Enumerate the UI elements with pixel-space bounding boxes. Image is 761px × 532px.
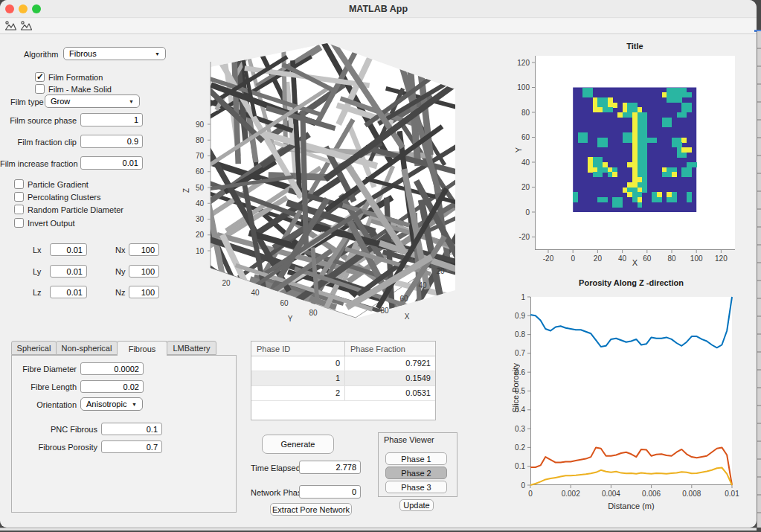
film-increase-fraction-field[interactable]: 0.01 — [80, 156, 143, 170]
table-row[interactable]: 20.0531 — [251, 386, 435, 401]
svg-text:80: 80 — [521, 109, 530, 117]
film-source-phase-label: Film source phase — [0, 116, 77, 125]
invert-output-checkbox[interactable] — [14, 218, 24, 228]
svg-text:0.7: 0.7 — [515, 349, 525, 357]
new-axes-icon-2[interactable] — [20, 20, 33, 32]
lz-label: Lz — [33, 288, 42, 297]
fibre-diameter-field[interactable]: 0.0002 — [80, 362, 144, 375]
svg-text:0: 0 — [521, 481, 525, 490]
film-fraction-clip-field[interactable]: 0.9 — [80, 135, 143, 148]
svg-text:60: 60 — [280, 299, 289, 307]
svg-text:20: 20 — [521, 183, 530, 191]
svg-text:80: 80 — [196, 136, 205, 144]
svg-text:0.2: 0.2 — [515, 443, 525, 452]
svg-text:0.1: 0.1 — [515, 462, 525, 470]
film-formation-label: Film Formation — [48, 73, 103, 82]
fibre-length-field[interactable]: 0.02 — [80, 380, 144, 393]
phase-slice-heatmap[interactable]: -20020406080100120-20020406080100120 — [535, 56, 735, 250]
svg-text:60: 60 — [521, 133, 530, 141]
svg-text:0: 0 — [528, 490, 533, 498]
tab-spherical[interactable]: Spherical — [11, 341, 57, 355]
fibrous-3d-plot[interactable]: 1020304050607080902040608020406080YXZ — [179, 37, 498, 324]
orientation-value: Anisotropic — [86, 400, 126, 408]
phase-fraction-column-header[interactable]: Phase Fraction — [345, 342, 435, 356]
svg-text:20: 20 — [436, 267, 445, 275]
film-type-value: Grow — [51, 97, 70, 106]
svg-text:0: 0 — [525, 208, 530, 217]
svg-text:80: 80 — [309, 309, 318, 317]
table-row[interactable]: 10.1549 — [251, 371, 435, 386]
film-make-solid-checkbox[interactable] — [35, 84, 45, 94]
svg-text:0.004: 0.004 — [602, 490, 620, 498]
lx-field[interactable]: 0.01 — [50, 243, 87, 256]
network-phase-field[interactable]: 0 — [299, 485, 361, 499]
chevron-down-icon: ▼ — [132, 402, 137, 407]
ny-field[interactable]: 100 — [129, 265, 159, 278]
film-source-phase-field[interactable]: 1 — [80, 113, 143, 126]
phase-1-button[interactable]: Phase 1 — [385, 452, 447, 465]
random-particle-diameter-checkbox[interactable] — [14, 205, 24, 214]
svg-text:X: X — [405, 313, 410, 321]
svg-text:0.002: 0.002 — [562, 490, 580, 498]
lx-label: Lx — [33, 246, 42, 254]
film-type-dropdown[interactable]: Grow ▼ — [45, 94, 140, 108]
porosity-y-axis-label: Slice Porosity — [511, 363, 520, 413]
svg-text:40: 40 — [196, 199, 205, 208]
phase-3-button[interactable]: Phase 3 — [385, 481, 447, 493]
nx-field[interactable]: 100 — [129, 243, 159, 256]
percolating-clusters-checkbox[interactable] — [14, 192, 24, 202]
titlebar: MATLAB App — [0, 0, 757, 18]
fibrous-porosity-field[interactable]: 0.7 — [101, 440, 162, 453]
porosity-line-chart[interactable]: 00.0020.0040.0060.0080.0100.10.20.30.40.… — [530, 297, 732, 485]
film-formation-checkbox[interactable] — [35, 72, 45, 82]
chevron-down-icon: ▼ — [129, 99, 134, 104]
ny-label: Ny — [115, 267, 125, 276]
tab-lmbattery[interactable]: LMBattery — [167, 341, 216, 355]
nx-label: Nx — [115, 246, 125, 254]
svg-text:50: 50 — [196, 184, 205, 192]
svg-text:0.9: 0.9 — [515, 312, 525, 320]
heatmap-x-axis-label: X — [535, 258, 735, 267]
svg-text:120: 120 — [517, 59, 530, 67]
nz-label: Nz — [115, 288, 125, 297]
film-make-solid-label: Film - Make Solid — [48, 85, 112, 94]
svg-text:10: 10 — [196, 247, 205, 255]
orientation-dropdown[interactable]: Anisotropic ▼ — [80, 397, 143, 411]
film-type-label: Film type — [10, 97, 44, 106]
tab-non-spherical[interactable]: Non-spherical — [56, 341, 118, 355]
phase-id-column-header[interactable]: Phase ID — [251, 342, 345, 356]
update-button[interactable]: Update — [399, 499, 434, 511]
time-elapsed-field[interactable]: 2.778 — [299, 461, 361, 474]
algorithm-label: Algorithm — [24, 50, 58, 59]
ly-label: Ly — [33, 267, 41, 276]
time-elapsed-label: Time Elapsed: — [251, 464, 303, 472]
particle-gradient-checkbox[interactable] — [14, 179, 24, 189]
invert-output-label: Invert Output — [28, 219, 75, 228]
phase-table: Phase ID Phase Fraction 00.792110.154920… — [251, 341, 436, 420]
phase-2-button[interactable]: Phase 2 — [385, 467, 447, 479]
svg-text:0.008: 0.008 — [682, 490, 701, 498]
fibre-diameter-label: Fibre Diameter — [7, 365, 77, 374]
svg-text:100: 100 — [517, 83, 530, 92]
heatmap-title: Title — [535, 42, 735, 51]
extract-pore-network-button[interactable]: Extract Pore Network — [270, 503, 352, 516]
chevron-down-icon: ▼ — [155, 51, 160, 57]
algorithm-dropdown[interactable]: Fibrous ▼ — [63, 47, 166, 60]
pnc-fibrous-field[interactable]: 0.1 — [101, 423, 162, 435]
svg-text:20: 20 — [196, 231, 205, 239]
fibre-length-label: Fibre Length — [7, 382, 77, 391]
tab-fibrous[interactable]: Fibrous — [117, 341, 167, 356]
network-phase-label: Network Phase — [251, 488, 306, 497]
background-window-edge — [757, 31, 761, 528]
ly-field[interactable]: 0.01 — [50, 265, 87, 278]
svg-text:0.3: 0.3 — [515, 425, 525, 433]
svg-text:30: 30 — [196, 215, 205, 223]
table-row[interactable]: 00.7921 — [251, 356, 435, 371]
fibrous-porosity-label: Fibrous Porosity — [22, 443, 97, 452]
svg-text:-20: -20 — [519, 233, 530, 241]
generate-button[interactable]: Generate — [262, 435, 334, 454]
nz-field[interactable]: 100 — [129, 286, 159, 298]
lz-field[interactable]: 0.01 — [50, 286, 87, 298]
new-axes-icon[interactable] — [4, 20, 17, 32]
particle-gradient-label: Particle Gradient — [28, 180, 89, 189]
